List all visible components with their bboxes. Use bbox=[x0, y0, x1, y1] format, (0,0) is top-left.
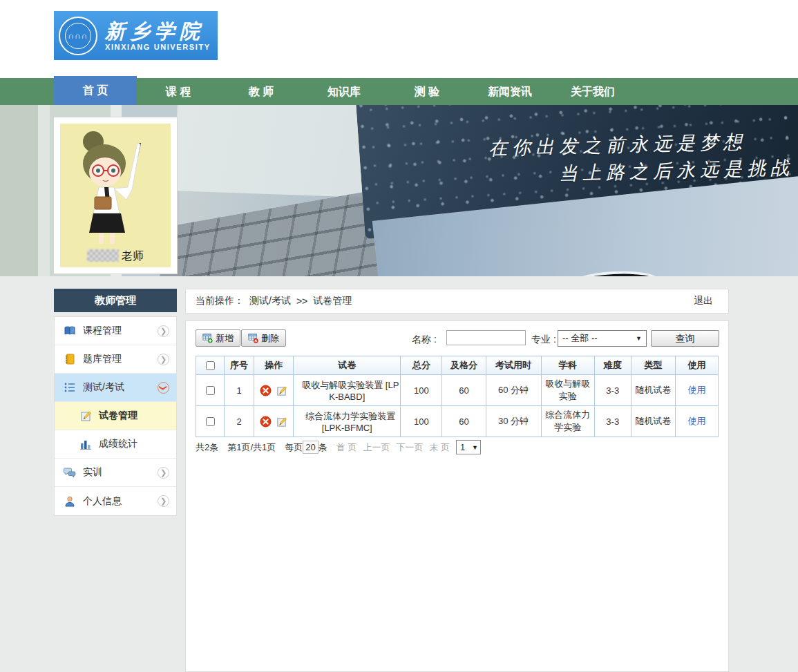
notebook-icon bbox=[64, 353, 76, 365]
col-pass: 及格分 bbox=[442, 356, 486, 375]
sidebar-item-question-bank[interactable]: 题库管理 ❯ bbox=[55, 345, 176, 374]
teacher-avatar bbox=[60, 124, 171, 267]
edit-row-icon[interactable] bbox=[276, 416, 287, 428]
bar-chart-icon bbox=[79, 438, 92, 450]
chevron-right-icon: ❯ bbox=[158, 495, 169, 507]
teacher-name-suffix: 老师 bbox=[122, 250, 144, 262]
cell-difficulty: 3-3 bbox=[594, 375, 631, 406]
pagination-first[interactable]: 首 页 bbox=[336, 441, 357, 454]
per-page-input[interactable]: 20 bbox=[303, 441, 318, 454]
sidebar-item-personal-info[interactable]: 个人信息 ❯ bbox=[55, 487, 176, 515]
sidebar-item-label: 题库管理 bbox=[83, 353, 122, 365]
chevron-down-icon: ❯ bbox=[158, 382, 169, 394]
cell-seq: 2 bbox=[225, 406, 254, 437]
nav-item-home[interactable]: 首 页 bbox=[54, 76, 137, 105]
page-number-select[interactable]: 1 ▼ bbox=[456, 440, 481, 454]
nav-item-course[interactable]: 课 程 bbox=[137, 78, 220, 105]
major-filter-label: 专业 : bbox=[531, 334, 556, 346]
sidebar-item-paper-mgmt[interactable]: 试卷管理 bbox=[55, 402, 176, 430]
delete-button[interactable]: 删除 bbox=[241, 329, 286, 347]
teacher-cartoon-illustration bbox=[60, 124, 171, 267]
sidebar-item-course-mgmt[interactable]: 课程管理 ❯ bbox=[55, 317, 176, 345]
cell-duration: 30 分钟 bbox=[486, 406, 541, 437]
col-actions: 操作 bbox=[254, 356, 294, 375]
dropdown-arrow-icon: ▼ bbox=[636, 335, 642, 342]
per-page-suffix: 条 bbox=[319, 442, 327, 452]
col-difficulty: 难度 bbox=[594, 356, 631, 375]
delete-button-label: 删除 bbox=[261, 332, 279, 345]
cell-paper: 综合流体力学实验装置 [LPK-BFMC] bbox=[294, 406, 401, 437]
delete-row-icon[interactable] bbox=[260, 416, 272, 428]
pagination-total: 共2条 bbox=[196, 441, 218, 454]
name-filter-input[interactable] bbox=[446, 330, 526, 345]
nav-item-about[interactable]: 关于我们 bbox=[551, 78, 634, 105]
col-duration: 考试用时 bbox=[486, 356, 541, 375]
cell-subject: 吸收与解吸实验 bbox=[541, 375, 594, 406]
col-use: 使用 bbox=[675, 356, 718, 375]
delete-row-icon[interactable] bbox=[260, 385, 272, 396]
cell-duration: 60 分钟 bbox=[486, 375, 541, 406]
breadcrumb-separator: >> bbox=[296, 296, 307, 307]
pagination-next[interactable]: 下一页 bbox=[396, 441, 423, 454]
nav-item-teacher[interactable]: 教 师 bbox=[220, 78, 303, 105]
pagination-bar: 共2条 第1页/共1页 每页20条 首 页 上一页 下一页 末 页 1 ▼ bbox=[196, 440, 490, 454]
col-total: 总分 bbox=[401, 356, 442, 375]
cell-type: 随机试卷 bbox=[631, 375, 675, 406]
breadcrumb-current: 试卷管理 bbox=[313, 295, 352, 307]
nav-item-news[interactable]: 新闻资讯 bbox=[468, 78, 551, 105]
pagination-prev[interactable]: 上一页 bbox=[363, 441, 390, 454]
sidebar-item-label: 课程管理 bbox=[83, 325, 122, 337]
pagination-last[interactable]: 末 页 bbox=[429, 441, 450, 454]
select-all-cell bbox=[196, 356, 225, 375]
col-subject: 学科 bbox=[541, 356, 594, 375]
major-select[interactable]: -- 全部 -- ▼ bbox=[558, 330, 647, 347]
breadcrumb-bar: 当前操作： 测试/考试 >> 试卷管理 退出 bbox=[185, 289, 729, 314]
sidebar-menu: 课程管理 ❯ 题库管理 ❯ 测试/考试 ❯ 试卷管理 bbox=[54, 316, 177, 516]
sidebar-item-label: 测试/考试 bbox=[83, 381, 124, 394]
logo-title-cn: 新乡学院 bbox=[105, 21, 211, 41]
sidebar-item-training[interactable]: 实训 ❯ bbox=[55, 459, 176, 487]
logout-link[interactable]: 退出 bbox=[694, 295, 713, 307]
edit-doc-icon bbox=[79, 410, 92, 422]
select-all-checkbox[interactable] bbox=[206, 361, 215, 370]
list-icon bbox=[64, 381, 76, 394]
per-page-prefix: 每页 bbox=[285, 442, 303, 452]
row-checkbox[interactable] bbox=[206, 386, 215, 395]
cell-total: 100 bbox=[401, 375, 442, 406]
table-row: 1 吸收与解吸实验装置 [LPK-BABD] 100 60 60 分钟 吸收与解… bbox=[196, 375, 719, 406]
user-icon bbox=[64, 495, 76, 508]
teacher-profile-card: 老师 bbox=[54, 117, 177, 273]
delete-table-icon bbox=[248, 333, 258, 343]
col-paper: 试卷 bbox=[294, 356, 401, 375]
sidebar-item-score-stats[interactable]: 成绩统计 bbox=[55, 430, 176, 459]
cell-pass: 60 bbox=[442, 375, 486, 406]
col-seq: 序号 bbox=[225, 356, 254, 375]
chevron-right-icon: ❯ bbox=[158, 325, 169, 337]
breadcrumb-section: 测试/考试 bbox=[249, 295, 291, 307]
dropdown-arrow-icon: ▼ bbox=[472, 444, 478, 451]
cell-subject: 综合流体力学实验 bbox=[541, 406, 594, 437]
row-checkbox[interactable] bbox=[206, 417, 215, 426]
search-button[interactable]: 查询 bbox=[651, 330, 719, 347]
page-number-value: 1 bbox=[460, 442, 465, 452]
chat-bubbles-icon bbox=[64, 466, 76, 479]
add-button[interactable]: 新增 bbox=[196, 329, 240, 347]
papers-table: 序号 操作 试卷 总分 及格分 考试用时 学科 难度 类型 使用 1 bbox=[196, 356, 719, 437]
university-seal-icon: ∩∩∩ bbox=[59, 17, 97, 55]
sidebar-item-label: 试卷管理 bbox=[99, 410, 137, 422]
chevron-right-icon: ❯ bbox=[158, 467, 169, 479]
university-logo: ∩∩∩ 新乡学院 XINXIANG UNIVERSITY bbox=[54, 11, 218, 60]
edit-row-icon[interactable] bbox=[276, 385, 287, 396]
sidebar-item-test-exam[interactable]: 测试/考试 ❯ bbox=[55, 374, 176, 402]
major-select-value: -- 全部 -- bbox=[562, 332, 598, 345]
nav-item-knowledge[interactable]: 知识库 bbox=[303, 78, 386, 105]
cell-type: 随机试卷 bbox=[631, 406, 675, 437]
use-link[interactable]: 使用 bbox=[687, 385, 705, 395]
table-header-row: 序号 操作 试卷 总分 及格分 考试用时 学科 难度 类型 使用 bbox=[196, 356, 719, 375]
pagination-page-info: 第1页/共1页 bbox=[227, 441, 276, 454]
nav-item-test[interactable]: 测 验 bbox=[386, 78, 468, 105]
breadcrumb-label: 当前操作： bbox=[196, 295, 244, 307]
use-link[interactable]: 使用 bbox=[687, 416, 705, 426]
cell-actions bbox=[254, 375, 294, 406]
logo-title-en: XINXIANG UNIVERSITY bbox=[105, 43, 211, 51]
